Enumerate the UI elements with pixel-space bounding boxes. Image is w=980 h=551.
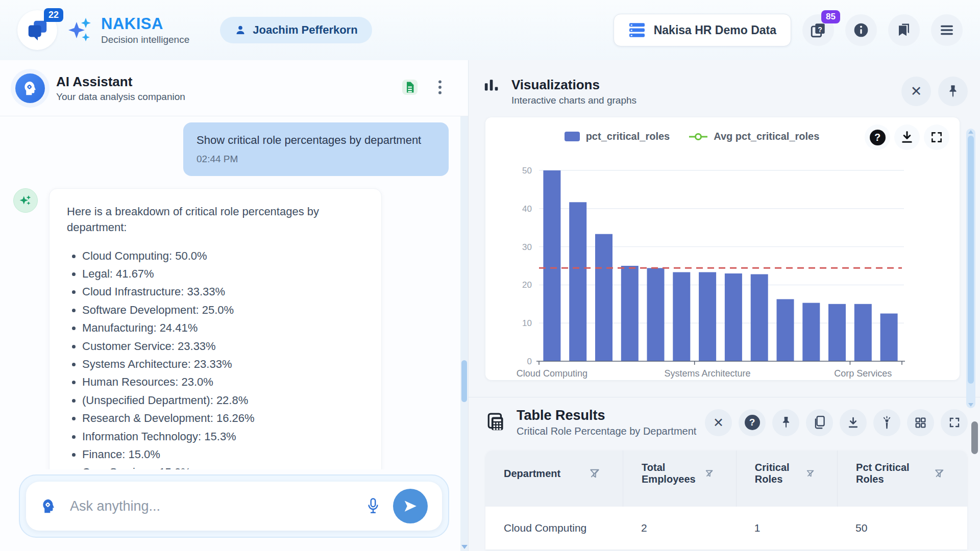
viz-close-button[interactable]: ✕ bbox=[901, 77, 931, 106]
ai-list-item: Legal: 41.67% bbox=[82, 267, 364, 281]
chat-title: AI Assistant bbox=[56, 74, 185, 90]
filter-icon[interactable] bbox=[705, 468, 714, 479]
filter-icon[interactable] bbox=[589, 468, 600, 479]
column-header: Total Employees bbox=[623, 450, 736, 507]
ai-message-avatar bbox=[13, 188, 38, 213]
viz-scrollbar-thumb[interactable] bbox=[968, 136, 974, 384]
pin-icon bbox=[780, 416, 792, 429]
table-head-row: Department Total Employees bbox=[485, 450, 967, 507]
send-button[interactable] bbox=[393, 489, 428, 523]
ai-assistant-avatar bbox=[15, 73, 45, 103]
table-copy-button[interactable] bbox=[806, 409, 833, 436]
legend-item-avg[interactable]: Avg pct_critical_roles bbox=[689, 131, 819, 142]
table-scrollbar-thumb[interactable] bbox=[971, 421, 978, 454]
person-icon bbox=[234, 24, 247, 36]
mic-button[interactable] bbox=[365, 497, 381, 515]
download-icon bbox=[900, 130, 914, 144]
ai-list-item: Systems Architecture: 23.33% bbox=[82, 358, 364, 371]
svg-text:Cloud Computing: Cloud Computing bbox=[517, 368, 587, 379]
spreadsheet-icon bbox=[401, 78, 419, 96]
table-cell: 1 bbox=[736, 507, 837, 549]
ai-list-item: Cloud Computing: 50.0% bbox=[82, 249, 364, 263]
ai-list-item: Human Resources: 23.0% bbox=[82, 375, 364, 389]
column-header-label: Critical Roles bbox=[755, 462, 806, 485]
chat-scrollbar[interactable] bbox=[460, 116, 468, 551]
legend-swatch-bar bbox=[565, 132, 580, 141]
bookmark-button[interactable] bbox=[888, 14, 920, 46]
help-badge: 85 bbox=[821, 10, 840, 23]
viz-header: Visualizations Interactive charts and gr… bbox=[469, 60, 980, 106]
filter-icon[interactable] bbox=[934, 468, 945, 479]
chat-scroll-down-arrow[interactable] bbox=[461, 545, 468, 549]
table-body: Cloud Computing2150 bbox=[485, 507, 967, 549]
bar-chart: 01020304050Cloud ComputingSystems Archit… bbox=[488, 157, 958, 384]
column-header-label: Pct Critical Roles bbox=[856, 462, 934, 485]
mic-icon bbox=[365, 497, 381, 515]
user-chip[interactable]: Joachim Pefferkorn bbox=[220, 17, 372, 43]
svg-text:20: 20 bbox=[522, 280, 532, 290]
ai-message-card: Here is a breakdown of critical role per… bbox=[49, 188, 382, 469]
viz-pin-button[interactable] bbox=[938, 77, 968, 106]
svg-text:10: 10 bbox=[522, 318, 532, 328]
table-icon bbox=[485, 412, 506, 433]
table-grid-view-button[interactable] bbox=[907, 409, 934, 436]
chart-legend: pct_critical_roles Avg pct_critical_role… bbox=[485, 131, 898, 142]
message-list: Show critical role percentages by depart… bbox=[0, 116, 468, 469]
table-fullscreen-button[interactable] bbox=[941, 409, 968, 436]
filter-icon[interactable] bbox=[806, 468, 815, 479]
info-button[interactable] bbox=[845, 14, 877, 46]
bookmark-icon bbox=[896, 22, 912, 38]
chart-download-button[interactable] bbox=[894, 124, 920, 150]
table-close-button[interactable]: ✕ bbox=[705, 409, 732, 436]
sparkles-icon bbox=[66, 15, 94, 45]
ai-list-item: Corp Services: 15.0% bbox=[82, 466, 364, 469]
legend-item-bars[interactable]: pct_critical_roles bbox=[565, 131, 670, 142]
export-sheet-button[interactable] bbox=[401, 78, 419, 98]
viz-subtitle: Interactive charts and graphs bbox=[511, 95, 636, 106]
viz-scrollbar[interactable] bbox=[966, 129, 975, 408]
sparkle-icon bbox=[19, 194, 32, 207]
viz-scroll-up-arrow[interactable] bbox=[968, 130, 973, 134]
chart-help-button[interactable]: ? bbox=[865, 124, 890, 150]
chat-input-zone bbox=[0, 469, 468, 551]
table-actions: ✕ ? bbox=[705, 409, 968, 436]
dataset-button-label: Nakisa HR Demo Data bbox=[654, 23, 776, 37]
right-panel: Visualizations Interactive charts and gr… bbox=[468, 60, 980, 551]
table-cell: Cloud Computing bbox=[485, 507, 623, 549]
column-header: Department bbox=[485, 450, 623, 507]
dataset-button[interactable]: Nakisa HR Demo Data bbox=[614, 14, 791, 46]
ai-list-item: Research & Development: 16.26% bbox=[82, 412, 364, 425]
help-cards-button[interactable]: ? 85 bbox=[802, 14, 834, 46]
table-cell: 50 bbox=[837, 507, 967, 549]
svg-text:0: 0 bbox=[527, 357, 532, 366]
kebab-icon bbox=[437, 79, 443, 95]
chart-fullscreen-button[interactable] bbox=[924, 124, 949, 150]
results-table: Department Total Employees bbox=[485, 450, 967, 549]
hamburger-icon bbox=[939, 22, 955, 38]
user-message-text: Show critical role percentages by depart… bbox=[197, 134, 435, 147]
ask-input[interactable] bbox=[70, 498, 365, 514]
column-header-label: Total Employees bbox=[642, 462, 705, 485]
ai-message: Here is a breakdown of critical role per… bbox=[13, 188, 468, 469]
svg-text:40: 40 bbox=[522, 204, 532, 214]
legend-avg-line-icon bbox=[689, 132, 707, 141]
chat-menu-button[interactable] bbox=[437, 79, 443, 97]
app-header: 22 NAKISA Decision intelligence Joachim … bbox=[0, 0, 980, 60]
viz-scroll-down-arrow[interactable] bbox=[968, 403, 973, 407]
chat-scrollbar-thumb[interactable] bbox=[461, 360, 467, 402]
chat-panel: AI Assistant Your data analysis companio… bbox=[0, 60, 468, 551]
head-gear-icon bbox=[22, 80, 38, 96]
user-message: Show critical role percentages by depart… bbox=[183, 122, 449, 176]
ai-message-list: Cloud Computing: 50.0%Legal: 41.67%Cloud… bbox=[82, 249, 364, 469]
table-help-button[interactable]: ? bbox=[739, 409, 766, 436]
table-highlight-button[interactable] bbox=[873, 409, 900, 436]
ai-list-item: Information Technology: 15.3% bbox=[82, 430, 364, 443]
menu-button[interactable] bbox=[931, 14, 963, 46]
legend-label-avg: Avg pct_critical_roles bbox=[714, 131, 819, 142]
ai-list-item: Finance: 15.0% bbox=[82, 448, 364, 461]
table-title: Table Results bbox=[517, 408, 696, 423]
copy-icon bbox=[813, 415, 826, 430]
table-download-button[interactable] bbox=[840, 409, 867, 436]
svg-text:30: 30 bbox=[522, 242, 532, 252]
table-pin-button[interactable] bbox=[772, 409, 799, 436]
